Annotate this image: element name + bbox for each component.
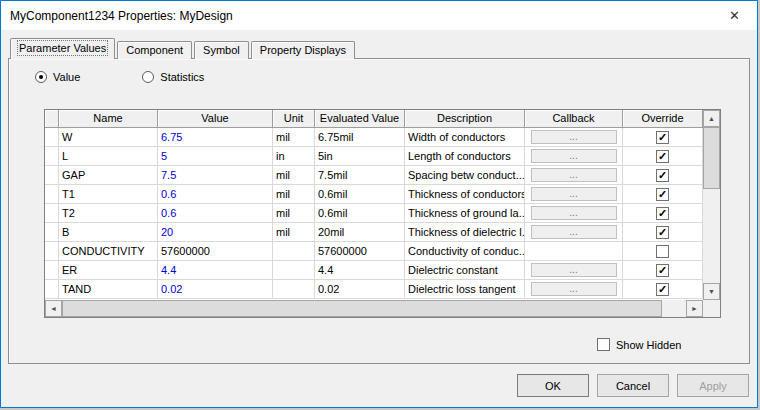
row-selector[interactable]	[45, 261, 59, 280]
cell-evaluated-value[interactable]: 0.6mil	[315, 185, 405, 204]
callback-button[interactable]: ...	[531, 187, 617, 201]
row-selector[interactable]	[45, 128, 59, 147]
cell-unit[interactable]: mil	[273, 166, 315, 185]
row-selector[interactable]	[45, 166, 59, 185]
table-row: W 6.75 mil 6.75mil Width of conductors .…	[45, 128, 703, 147]
cell-value[interactable]: 57600000	[158, 242, 273, 261]
cell-description: Dielectric loss tangent	[405, 280, 525, 299]
vertical-scrollbar[interactable]: ▲ ▼	[703, 110, 720, 300]
tab-property-displays[interactable]: Property Displays	[251, 41, 355, 59]
horizontal-scroll-thumb[interactable]	[62, 300, 662, 317]
row-selector[interactable]	[45, 185, 59, 204]
apply-button[interactable]: Apply	[677, 374, 749, 397]
tab-symbol[interactable]: Symbol	[194, 41, 249, 59]
close-icon[interactable]: ✕	[712, 1, 757, 30]
callback-button[interactable]: ...	[531, 282, 617, 296]
table-row: GAP 7.5 mil 7.5mil Spacing betw conduct.…	[45, 166, 703, 185]
cell-unit[interactable]	[273, 280, 315, 299]
override-checkbox[interactable]	[656, 207, 669, 220]
cell-value[interactable]: 4.4	[158, 261, 273, 280]
scroll-down-icon[interactable]: ▼	[703, 283, 720, 300]
scroll-right-icon[interactable]: ►	[686, 300, 703, 317]
cell-value[interactable]: 0.6	[158, 185, 273, 204]
cell-name[interactable]: W	[59, 128, 158, 147]
row-selector[interactable]	[45, 280, 59, 299]
cell-value[interactable]: 20	[158, 223, 273, 242]
cell-callback: ...	[525, 147, 623, 166]
callback-button[interactable]: ...	[531, 206, 617, 220]
cell-name[interactable]: L	[59, 147, 158, 166]
cell-unit[interactable]	[273, 242, 315, 261]
override-checkbox[interactable]	[656, 283, 669, 296]
vertical-scroll-thumb[interactable]	[703, 127, 720, 189]
cell-callback: ...	[525, 185, 623, 204]
cell-override	[623, 185, 703, 204]
scroll-up-icon[interactable]: ▲	[703, 110, 720, 127]
cell-evaluated-value[interactable]: 0.6mil	[315, 204, 405, 223]
override-checkbox[interactable]	[656, 188, 669, 201]
cell-evaluated-value[interactable]: 7.5mil	[315, 166, 405, 185]
cell-evaluated-value[interactable]: 0.02	[315, 280, 405, 299]
col-header-name: Name	[59, 110, 158, 128]
cell-evaluated-value[interactable]: 6.75mil	[315, 128, 405, 147]
cell-unit[interactable]: in	[273, 147, 315, 166]
tab-component[interactable]: Component	[117, 41, 192, 59]
horizontal-scroll-track[interactable]	[62, 300, 686, 317]
row-selector[interactable]	[45, 223, 59, 242]
scroll-left-icon[interactable]: ◄	[45, 300, 62, 317]
radio-option-statistics[interactable]: Statistics	[142, 71, 204, 83]
cell-name[interactable]: ER	[59, 261, 158, 280]
cancel-button[interactable]: Cancel	[597, 374, 669, 397]
table-body: W 6.75 mil 6.75mil Width of conductors .…	[45, 128, 703, 299]
cell-evaluated-value[interactable]: 57600000	[315, 242, 405, 261]
show-hidden-option[interactable]: Show Hidden	[597, 338, 681, 351]
col-header-callback: Callback	[525, 110, 623, 128]
cell-unit[interactable]: mil	[273, 204, 315, 223]
callback-button[interactable]: ...	[531, 168, 617, 182]
cell-override	[623, 280, 703, 299]
callback-button[interactable]: ...	[531, 225, 617, 239]
override-checkbox[interactable]	[656, 245, 669, 258]
cell-name[interactable]: T1	[59, 185, 158, 204]
cell-override	[623, 242, 703, 261]
cell-unit[interactable]: mil	[273, 223, 315, 242]
cell-name[interactable]: CONDUCTIVITY	[59, 242, 158, 261]
override-checkbox[interactable]	[656, 150, 669, 163]
cell-value[interactable]: 0.6	[158, 204, 273, 223]
cell-evaluated-value[interactable]: 5in	[315, 147, 405, 166]
row-selector[interactable]	[45, 147, 59, 166]
titlebar: MyComponent1234 Properties: MyDesign ✕	[1, 1, 757, 30]
cell-name[interactable]: B	[59, 223, 158, 242]
cell-callback: ...	[525, 166, 623, 185]
tab-parameter-values[interactable]: Parameter Values	[10, 38, 115, 59]
cell-evaluated-value[interactable]: 4.4	[315, 261, 405, 280]
override-checkbox[interactable]	[656, 264, 669, 277]
value-radio[interactable]	[35, 71, 47, 83]
horizontal-scrollbar[interactable]: ◄ ►	[45, 300, 720, 317]
cell-value[interactable]: 7.5	[158, 166, 273, 185]
callback-button[interactable]: ...	[531, 263, 617, 277]
cell-unit[interactable]: mil	[273, 185, 315, 204]
statistics-radio[interactable]	[142, 71, 154, 83]
radio-option-value[interactable]: Value	[35, 71, 80, 83]
override-checkbox[interactable]	[656, 226, 669, 239]
cell-name[interactable]: T2	[59, 204, 158, 223]
cell-override	[623, 147, 703, 166]
cell-value[interactable]: 0.02	[158, 280, 273, 299]
row-selector[interactable]	[45, 204, 59, 223]
cell-name[interactable]: GAP	[59, 166, 158, 185]
cell-value[interactable]: 6.75	[158, 128, 273, 147]
cell-name[interactable]: TAND	[59, 280, 158, 299]
cell-value[interactable]: 5	[158, 147, 273, 166]
cell-unit[interactable]: mil	[273, 128, 315, 147]
callback-button[interactable]: ...	[531, 149, 617, 163]
cell-evaluated-value[interactable]: 20mil	[315, 223, 405, 242]
override-checkbox[interactable]	[656, 131, 669, 144]
callback-button[interactable]: ...	[531, 130, 617, 144]
row-selector[interactable]	[45, 242, 59, 261]
cell-description: Thickness of dielectric l...	[405, 223, 525, 242]
cell-unit[interactable]	[273, 261, 315, 280]
override-checkbox[interactable]	[656, 169, 669, 182]
ok-button[interactable]: OK	[517, 374, 589, 397]
show-hidden-checkbox[interactable]	[597, 338, 610, 351]
